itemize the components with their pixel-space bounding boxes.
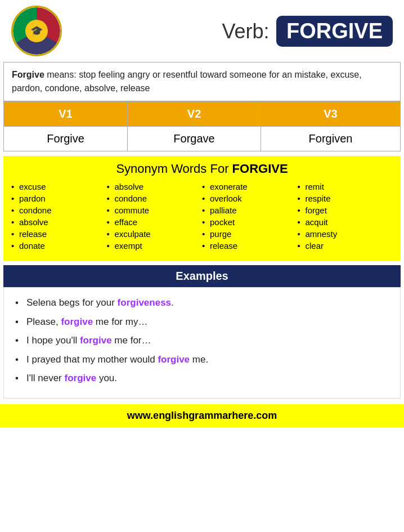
- synonym-item: exempt: [107, 241, 203, 251]
- example-highlight: forgive: [80, 335, 112, 346]
- v1-header: V1: [4, 102, 128, 127]
- synonym-item: release: [11, 229, 107, 239]
- synonym-title-bold: FORGIVE: [232, 162, 288, 176]
- synonym-item: overlook: [202, 194, 298, 203]
- logo: 🎓: [11, 6, 62, 56]
- synonym-col-2: absolvecondonecommuteeffaceexculpateexem…: [107, 182, 203, 253]
- synonym-item: efface: [107, 217, 203, 227]
- synonym-item: clear: [298, 241, 393, 251]
- synonym-col-3: exonerateoverlookpalliatepocketpurgerele…: [202, 182, 298, 253]
- synonym-item: absolve: [11, 217, 107, 227]
- synonym-item: amnesty: [298, 229, 393, 239]
- synonym-item: release: [202, 241, 298, 251]
- synonym-item: condone: [11, 205, 107, 215]
- synonym-box: Synonym Words For FORGIVE excusepardonco…: [3, 156, 401, 261]
- synonym-title: Synonym Words For FORGIVE: [11, 162, 393, 176]
- v2-cell: Forgave: [128, 127, 261, 151]
- synonym-item: pardon: [11, 194, 107, 203]
- table-row: Forgive Forgave Forgiven: [4, 127, 401, 151]
- synonym-item: exculpate: [107, 229, 203, 239]
- synonym-item: donate: [11, 241, 107, 251]
- examples-header: Examples: [3, 265, 401, 287]
- synonym-title-plain: Synonym Words For: [116, 162, 232, 176]
- example-item: Selena begs for your forgiveness.: [15, 296, 389, 310]
- example-highlight: forgive: [65, 373, 97, 383]
- synonym-item: acquit: [298, 217, 393, 227]
- footer: www.englishgrammarhere.com: [0, 404, 404, 427]
- verb-word: FORGIVE: [276, 16, 393, 47]
- synonym-item: pocket: [202, 217, 298, 227]
- logo-icon: 🎓: [25, 20, 48, 42]
- examples-list: Selena begs for your forgiveness.Please,…: [15, 296, 389, 386]
- synonym-item: remit: [298, 182, 393, 191]
- example-item: Please, forgive me for my…: [15, 315, 389, 329]
- footer-url: www.englishgrammarhere.com: [127, 410, 277, 421]
- synonym-col-4: remitrespiteforgetacquitamnestyclear: [298, 182, 393, 253]
- definition-bold-word: Forgive: [12, 70, 44, 79]
- synonym-col-1: excusepardoncondoneabsolvereleasedonate: [11, 182, 107, 253]
- definition-text: means: stop feeling angry or resentful t…: [12, 70, 362, 93]
- synonym-item: condone: [107, 194, 203, 203]
- example-item: I prayed that my mother would forgive me…: [15, 352, 389, 367]
- examples-body: Selena begs for your forgiveness.Please,…: [3, 287, 401, 399]
- synonym-item: absolve: [107, 182, 203, 191]
- header: 🎓 Verb: FORGIVE: [0, 0, 404, 62]
- synonym-item: forget: [298, 205, 393, 215]
- synonym-item: respite: [298, 194, 393, 203]
- example-highlight: forgive: [158, 354, 190, 365]
- example-item: I hope you'll forgive me for…: [15, 333, 389, 348]
- v3-header: V3: [261, 102, 400, 127]
- example-highlight: forgive: [61, 316, 93, 327]
- synonym-item: commute: [107, 205, 203, 215]
- verb-label: Verb:: [222, 20, 269, 43]
- v2-header: V2: [128, 102, 261, 127]
- header-title: Verb: FORGIVE: [73, 16, 393, 47]
- synonym-item: excuse: [11, 182, 107, 191]
- synonym-columns: excusepardoncondoneabsolvereleasedonate …: [11, 182, 393, 253]
- synonym-item: palliate: [202, 205, 298, 215]
- v3-cell: Forgiven: [261, 127, 400, 151]
- example-highlight: forgiveness: [118, 297, 171, 308]
- synonym-item: purge: [202, 229, 298, 239]
- v1-cell: Forgive: [4, 127, 128, 151]
- verb-table: V1 V2 V3 Forgive Forgave Forgiven: [3, 101, 401, 151]
- example-item: I'll never forgive you.: [15, 371, 389, 386]
- definition-box: Forgive means: stop feeling angry or res…: [3, 62, 401, 101]
- synonym-item: exonerate: [202, 182, 298, 191]
